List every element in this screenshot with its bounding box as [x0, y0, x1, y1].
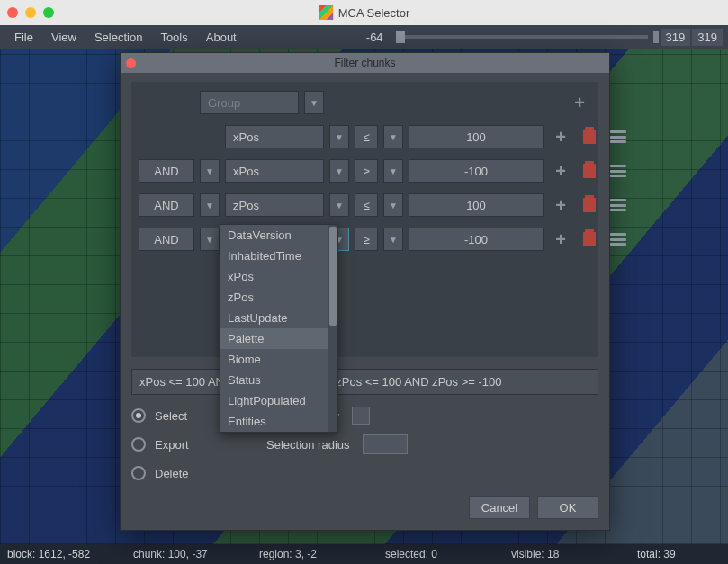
- chevron-down-icon[interactable]: ▼: [304, 91, 324, 114]
- window-controls: [7, 7, 54, 18]
- value-input[interactable]: 100: [409, 193, 544, 217]
- delete-row-button[interactable]: [578, 159, 601, 183]
- dropdown-option[interactable]: Biome: [220, 349, 337, 370]
- action-delete-row[interactable]: Delete: [131, 461, 239, 485]
- window-title: MCA Selector: [319, 5, 409, 20]
- dropdown-option[interactable]: Status: [220, 370, 337, 390]
- field-dropdown-popup[interactable]: DataVersionInhabitedTimexPoszPosLastUpda…: [220, 224, 338, 433]
- filter-chunks-dialog: Filter chunks Group ▼ + xPos ▼ ≤ ▼ 100 +: [120, 52, 610, 531]
- trash-icon: [583, 232, 596, 246]
- add-row-button[interactable]: +: [549, 125, 572, 148]
- dropdown-option[interactable]: Palette: [220, 328, 337, 349]
- status-region: region: 3, -2: [259, 548, 349, 560]
- dropdown-option[interactable]: zPos: [220, 287, 337, 308]
- value-input[interactable]: -100: [409, 159, 544, 183]
- close-window-button[interactable]: [7, 7, 18, 18]
- delete-row-button[interactable]: [578, 125, 601, 148]
- dropdown-option[interactable]: LastUpdate: [220, 308, 337, 328]
- filter-row-3: AND ▼ zPos ▼ ≤ ▼ 100 +: [139, 192, 591, 219]
- chevron-down-icon[interactable]: ▼: [383, 125, 403, 148]
- menu-tools[interactable]: Tools: [151, 31, 196, 44]
- chevron-down-icon[interactable]: ▼: [383, 228, 403, 251]
- chevron-down-icon[interactable]: ▼: [383, 193, 403, 217]
- height-value: -64: [359, 31, 391, 44]
- add-filter-button[interactable]: +: [568, 91, 591, 114]
- logic-dropdown[interactable]: AND: [139, 159, 194, 183]
- window-titlebar: MCA Selector: [0, 0, 728, 25]
- value-input[interactable]: 100: [409, 125, 544, 148]
- logic-dropdown[interactable]: AND: [139, 193, 194, 217]
- scrollbar-thumb[interactable]: [329, 227, 337, 326]
- field-dropdown[interactable]: xPos: [225, 159, 324, 183]
- options-grid: Select Selection only Export Selection r…: [131, 404, 598, 485]
- menu-about[interactable]: About: [197, 31, 246, 44]
- drag-row-handle[interactable]: [607, 228, 630, 251]
- field-dropdown[interactable]: zPos: [225, 193, 324, 217]
- delete-row-button[interactable]: [578, 228, 601, 251]
- chevron-down-icon[interactable]: ▼: [383, 159, 403, 183]
- window-title-text: MCA Selector: [338, 6, 409, 20]
- cancel-button[interactable]: Cancel: [469, 496, 530, 519]
- trash-icon: [583, 164, 596, 178]
- plus-icon: +: [555, 229, 566, 250]
- dropdown-option[interactable]: DataVersion: [220, 225, 337, 246]
- delete-row-button[interactable]: [578, 193, 601, 217]
- menu-selection[interactable]: Selection: [85, 31, 151, 44]
- logic-dropdown[interactable]: AND: [139, 228, 194, 251]
- menu-bar: File View Selection Tools About -64 319 …: [0, 25, 728, 49]
- slider-end: [653, 31, 659, 43]
- scrollbar[interactable]: [328, 225, 337, 432]
- value-input[interactable]: -100: [409, 228, 544, 251]
- height-slider[interactable]: [396, 35, 648, 39]
- filter-group-row: Group ▼ +: [139, 89, 591, 116]
- chevron-down-icon[interactable]: ▼: [329, 125, 349, 148]
- status-visible: visible: 18: [511, 548, 601, 560]
- add-row-button[interactable]: +: [549, 193, 572, 217]
- add-row-button[interactable]: +: [549, 159, 572, 183]
- field-dropdown[interactable]: xPos: [225, 125, 324, 148]
- dropdown-option[interactable]: xPos: [220, 266, 337, 287]
- status-selected: selected: 0: [385, 548, 475, 560]
- dropdown-option[interactable]: LightPopulated: [220, 390, 337, 411]
- action-export-row[interactable]: Export: [131, 433, 239, 456]
- selection-only-checkbox[interactable]: [352, 407, 370, 425]
- dialog-close-button[interactable]: [126, 58, 136, 68]
- menu-file[interactable]: File: [5, 31, 42, 44]
- menu-view[interactable]: View: [42, 31, 85, 44]
- plus-icon: +: [555, 127, 566, 148]
- selection-radius-label: Selection radius: [266, 438, 350, 452]
- dropdown-option[interactable]: InhabitedTime: [220, 246, 337, 266]
- op-dropdown[interactable]: ≥: [355, 228, 378, 251]
- op-dropdown[interactable]: ≤: [355, 125, 378, 148]
- slider-thumb[interactable]: [396, 31, 405, 43]
- radio-delete[interactable]: [131, 466, 146, 480]
- selection-radius-input[interactable]: [363, 434, 408, 454]
- chevron-down-icon[interactable]: ▼: [329, 159, 349, 183]
- dialog-title: Filter chunks: [334, 57, 395, 69]
- chevron-down-icon[interactable]: ▼: [200, 228, 220, 251]
- group-dropdown[interactable]: Group: [200, 91, 299, 114]
- action-export-label: Export: [155, 438, 189, 452]
- dropdown-option[interactable]: Entities: [220, 411, 337, 432]
- plus-icon: +: [555, 195, 566, 216]
- radio-select[interactable]: [131, 408, 146, 423]
- drag-row-handle[interactable]: [607, 193, 630, 217]
- op-dropdown[interactable]: ≥: [355, 159, 378, 183]
- minimize-window-button[interactable]: [25, 7, 36, 18]
- radio-export[interactable]: [131, 437, 146, 452]
- drag-row-handle[interactable]: [607, 159, 630, 183]
- drag-row-handle[interactable]: [607, 125, 630, 148]
- maximize-window-button[interactable]: [43, 7, 54, 18]
- chevron-down-icon[interactable]: ▼: [329, 193, 349, 217]
- filter-expression[interactable]: xPos <= 100 AND xPos >= -100 AND zPos <=…: [131, 369, 598, 395]
- app-icon: [319, 5, 333, 20]
- chevron-down-icon[interactable]: ▼: [200, 193, 220, 217]
- op-dropdown[interactable]: ≤: [355, 193, 378, 217]
- chevron-down-icon[interactable]: ▼: [200, 159, 220, 183]
- ok-button[interactable]: OK: [537, 496, 598, 519]
- action-delete-label: Delete: [155, 467, 189, 480]
- dialog-titlebar[interactable]: Filter chunks: [121, 53, 609, 73]
- hamburger-icon: [610, 165, 626, 177]
- add-row-button[interactable]: +: [549, 228, 572, 251]
- divider: [131, 363, 598, 363]
